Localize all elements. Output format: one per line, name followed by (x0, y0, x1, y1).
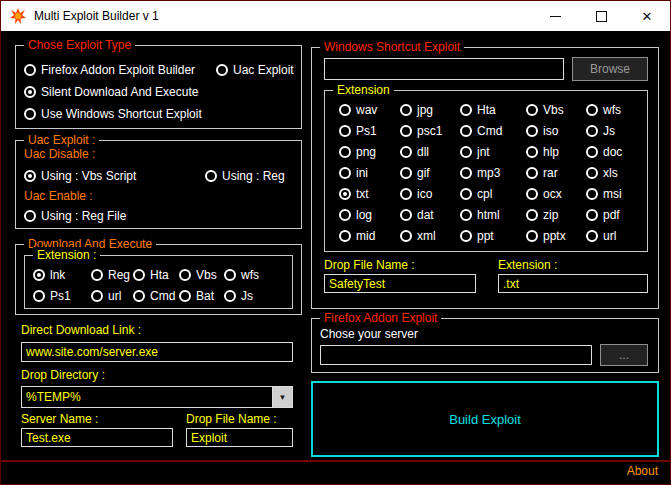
radio-option[interactable]: Using : Reg (205, 165, 295, 187)
radio-icon (339, 209, 351, 221)
radio-option[interactable]: Hta (460, 99, 526, 120)
radio-option[interactable]: Vbs (526, 99, 586, 120)
radio-option[interactable]: ico (400, 183, 460, 204)
radio-option[interactable]: txt (339, 183, 400, 204)
footer-divider (1, 460, 670, 462)
radio-option[interactable]: jnt (460, 141, 526, 162)
radio-option[interactable]: Cmd (460, 120, 526, 141)
radio-option[interactable]: xls (586, 162, 643, 183)
radio-option[interactable]: Uac Exploit (216, 59, 295, 81)
radio-option[interactable]: Using : Reg File (24, 205, 295, 227)
radio-option[interactable]: html (460, 204, 526, 225)
radio-icon (216, 64, 228, 76)
radio-option[interactable]: iso (526, 120, 586, 141)
radio-option[interactable]: ocx (526, 183, 586, 204)
radio-option[interactable]: mp3 (460, 162, 526, 183)
radio-option[interactable]: rar (526, 162, 586, 183)
radio-option[interactable]: Vbs (179, 264, 224, 285)
radio-option[interactable]: url (586, 225, 643, 246)
direct-download-link-input[interactable] (21, 342, 293, 362)
radio-option[interactable]: msi (586, 183, 643, 204)
group-extension-left: Extension : lnk Reg Hta Vbs wfs Ps1 url … (24, 255, 293, 309)
group-firefox-addon-exploit: Firefox Addon Exploit Chose your server … (311, 318, 659, 373)
radio-icon (460, 230, 472, 242)
server-name-label: Server Name : (21, 412, 98, 426)
radio-option[interactable]: Cmd (133, 285, 179, 306)
uac-disable-options: Using : Vbs Script Using : Reg (24, 165, 295, 187)
shortcut-path-input[interactable] (324, 58, 564, 80)
radio-option[interactable]: mid (339, 225, 400, 246)
radio-option[interactable]: ppt (460, 225, 526, 246)
radio-label: ppt (477, 229, 494, 243)
radio-icon (586, 230, 598, 242)
radio-label: psc1 (417, 124, 442, 138)
dropdown-arrow-icon[interactable]: ▼ (272, 387, 292, 407)
radio-option[interactable]: zip (526, 204, 586, 225)
radio-icon (400, 230, 412, 242)
radio-option[interactable]: jpg (400, 99, 460, 120)
radio-label: url (108, 289, 121, 303)
radio-option[interactable]: Use Windows Shortcut Exploit (24, 103, 295, 125)
radio-icon (133, 269, 145, 281)
radio-option[interactable]: Bat (179, 285, 224, 306)
maximize-button[interactable] (578, 1, 624, 31)
radio-icon (224, 269, 236, 281)
radio-option[interactable]: Js (224, 285, 288, 306)
build-exploit-button[interactable]: Build Exploit (311, 381, 659, 457)
radio-option[interactable]: lnk (33, 264, 91, 285)
radio-label: Using : Reg (222, 169, 285, 183)
firefox-browse-button[interactable]: ... (600, 344, 648, 366)
drop-directory-combobox[interactable]: %TEMP% ▼ (21, 386, 293, 408)
drop-file-name-input-left[interactable] (186, 428, 293, 447)
radio-option[interactable]: pdf (586, 204, 643, 225)
radio-label: msi (603, 187, 622, 201)
radio-option[interactable]: xml (400, 225, 460, 246)
radio-option[interactable]: dat (400, 204, 460, 225)
radio-option[interactable]: png (339, 141, 400, 162)
radio-option[interactable]: Using : Vbs Script (24, 165, 205, 187)
shortcut-extension-input[interactable] (498, 274, 648, 293)
radio-icon (460, 188, 472, 200)
radio-label: lnk (50, 268, 65, 282)
firefox-server-input[interactable] (320, 345, 592, 365)
drop-file-name-input-right[interactable] (324, 274, 476, 293)
radio-option[interactable]: Js (586, 120, 643, 141)
radio-option[interactable]: hlp (526, 141, 586, 162)
radio-icon (460, 167, 472, 179)
minimize-icon (550, 16, 561, 17)
radio-label: mp3 (477, 166, 500, 180)
radio-option[interactable]: pptx (526, 225, 586, 246)
radio-icon (400, 209, 412, 221)
radio-icon (339, 230, 351, 242)
radio-option[interactable]: Reg (91, 264, 133, 285)
radio-option[interactable]: dll (400, 141, 460, 162)
radio-icon (460, 104, 472, 116)
radio-label: ico (417, 187, 432, 201)
browse-button[interactable]: Browse (572, 57, 648, 81)
radio-option[interactable]: Firefox Addon Exploit Builder (24, 59, 216, 81)
radio-option[interactable]: Silent Download And Execute (24, 81, 295, 103)
radio-option[interactable]: cpl (460, 183, 526, 204)
radio-option[interactable]: wfs (586, 99, 643, 120)
radio-option[interactable]: ini (339, 162, 400, 183)
close-button[interactable]: ✕ (624, 1, 670, 31)
radio-option[interactable]: doc (586, 141, 643, 162)
radio-option[interactable]: Ps1 (339, 120, 400, 141)
radio-icon (586, 167, 598, 179)
radio-option[interactable]: wav (339, 99, 400, 120)
radio-option[interactable]: wfs (224, 264, 288, 285)
about-link[interactable]: About (627, 464, 658, 478)
radio-option[interactable]: url (91, 285, 133, 306)
radio-icon (91, 290, 103, 302)
radio-icon (460, 125, 472, 137)
radio-option[interactable]: gif (400, 162, 460, 183)
radio-option[interactable]: psc1 (400, 120, 460, 141)
radio-icon (224, 290, 236, 302)
server-name-input[interactable] (21, 428, 173, 447)
group-windows-shortcut-exploit: Windows Shortcut Exploit Browse Extensio… (311, 47, 659, 309)
radio-option[interactable]: log (339, 204, 400, 225)
radio-icon (526, 146, 538, 158)
radio-option[interactable]: Hta (133, 264, 179, 285)
radio-option[interactable]: Ps1 (33, 285, 91, 306)
minimize-button[interactable] (532, 1, 578, 31)
